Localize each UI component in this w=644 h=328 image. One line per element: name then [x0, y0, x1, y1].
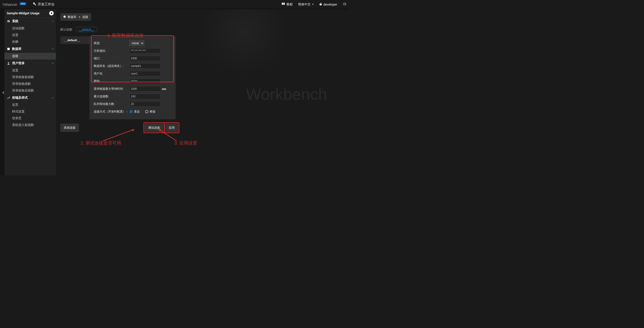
left-rail: 页面管理 数据存储 全局配置 接口 其它 <>	[0, 9, 4, 175]
group-database: 数据库 连接	[4, 45, 56, 60]
sidebar-item-login-validate[interactable]: 登录校验函数	[4, 81, 56, 87]
wrench-icon	[33, 2, 36, 7]
sidebar-item-style[interactable]: 样式设置	[4, 108, 56, 115]
database-icon	[63, 16, 66, 19]
collapse-sidebar-button[interactable]	[2, 90, 4, 95]
radio-icon-checked	[130, 110, 132, 113]
brand-text: nhancer	[4, 3, 18, 7]
group-system-header[interactable]: 系统	[4, 18, 56, 25]
gear-icon	[7, 20, 10, 23]
caret-down-icon	[52, 49, 54, 50]
input-host[interactable]	[130, 48, 161, 54]
label-timeout: 请求链接最大等待时间:	[94, 87, 130, 91]
run-button[interactable]	[49, 11, 54, 16]
database-icon	[7, 47, 10, 51]
label-port: 端口:	[94, 56, 130, 60]
radio-direct[interactable]: 直连	[130, 110, 140, 114]
label-type: 类型:	[94, 41, 130, 45]
breadcrumb: 数据库 连接	[60, 14, 91, 21]
sidebar: Sample-Widget Usage 系统 启动函数 设置 依赖 数据库	[4, 9, 56, 175]
main-content: Workbench 数据库 连接 默认连接: __default__ __def…	[56, 9, 349, 175]
label-user: 用户名:	[94, 72, 130, 76]
settings-button[interactable]	[342, 2, 346, 7]
language-selector[interactable]: 简体中文	[298, 3, 314, 7]
add-connection-button[interactable]: 添加连接	[60, 124, 79, 132]
label-host: 主机地址:	[94, 49, 130, 53]
project-title: Sample-Widget Usage	[7, 12, 40, 15]
test-connection-button[interactable]: 测试连接	[145, 124, 163, 132]
radio-bridge[interactable]: 桥接	[145, 110, 156, 114]
connection-tab-default[interactable]: __default__	[60, 37, 90, 44]
brand: ≡nhancer beta	[2, 2, 26, 7]
input-dbname[interactable]	[130, 63, 161, 69]
input-port[interactable]	[130, 56, 161, 61]
sidebar-item-deps[interactable]: 依赖	[4, 39, 56, 45]
brush-icon	[7, 96, 10, 100]
connection-form-panel: 类型: mysql 主机地址: 端口: 数据库名（或实例名）: 用户名:	[90, 37, 176, 119]
tutorial-link[interactable]: 教程	[282, 2, 293, 7]
label-maxconn: 最大连接数:	[94, 94, 130, 98]
workbench-title[interactable]: 开发工作台	[33, 2, 54, 7]
default-connection-label: 默认连接:	[60, 28, 73, 32]
caret-down-icon	[52, 21, 54, 22]
group-frontend: 前端及样式 首页 样式设置 登录页 系统进入前函数	[4, 94, 56, 128]
lock-icon	[319, 3, 322, 6]
sidebar-item-startup-fn[interactable]: 启动函数	[4, 25, 56, 32]
label-mode: 连接方式（开发时配置）：	[94, 110, 130, 114]
top-right: 教程 简体中文 developer	[282, 2, 347, 7]
caret-down-icon	[312, 4, 314, 5]
default-connection-row: 默认连接: __default__	[60, 27, 349, 32]
arrow-right-icon	[78, 16, 80, 19]
group-login-header[interactable]: 用户登录	[4, 60, 56, 67]
svg-point-1	[8, 62, 9, 63]
sidebar-item-loginpage[interactable]: 登录页	[4, 115, 56, 122]
annotation-2: 2. 测试连接是否可用	[80, 140, 121, 146]
sidebar-item-login-settings[interactable]: 设置	[4, 67, 56, 74]
default-connection-selector[interactable]: __default__	[76, 27, 97, 32]
group-database-header[interactable]: 数据库	[4, 45, 56, 53]
sidebar-item-homepage[interactable]: 首页	[4, 102, 56, 108]
annotation-3: 3. 应用设置	[174, 140, 197, 146]
radio-icon	[145, 110, 148, 113]
input-user[interactable]	[130, 71, 161, 76]
label-queue: 队列等待最大数:	[94, 102, 130, 106]
action-row: 添加连接 测试连接 应用	[60, 124, 349, 132]
user-menu[interactable]: developer	[319, 3, 338, 6]
sidebar-item-login-after[interactable]: 登录校验后函数	[4, 87, 56, 94]
group-system: 系统 启动函数 设置 依赖	[4, 18, 56, 45]
top-bar: ≡nhancer beta 开发工作台 教程 简体中文 developer	[0, 0, 349, 9]
beta-badge: beta	[20, 2, 26, 5]
caret-down-icon	[52, 63, 54, 64]
sidebar-item-settings[interactable]: 设置	[4, 32, 56, 39]
caret-down-icon	[52, 97, 54, 98]
sidebar-title-row: Sample-Widget Usage	[4, 9, 56, 18]
input-password[interactable]	[130, 79, 161, 84]
apply-button[interactable]: 应用	[166, 124, 178, 132]
group-frontend-header[interactable]: 前端及样式	[4, 94, 56, 102]
sidebar-item-login-before[interactable]: 登录校验前函数	[4, 74, 56, 81]
label-pwd: 密码:	[94, 79, 130, 83]
input-timeout[interactable]	[130, 86, 161, 92]
sidebar-item-connection[interactable]: 连接	[4, 53, 56, 60]
group-login: 用户登录 设置 登录校验前函数 登录校验函数 登录校验后函数	[4, 60, 56, 94]
user-icon	[7, 62, 10, 65]
label-dbname: 数据库名（或实例名）:	[94, 64, 130, 68]
input-queue[interactable]	[130, 101, 161, 107]
sidebar-item-sys-before[interactable]: 系统进入前函数	[4, 122, 56, 128]
input-maxconn[interactable]	[130, 94, 161, 99]
gear-icon	[342, 2, 346, 7]
input-type[interactable]: mysql	[130, 41, 144, 46]
book-icon	[282, 2, 285, 7]
unit-ms: ms	[162, 87, 166, 91]
